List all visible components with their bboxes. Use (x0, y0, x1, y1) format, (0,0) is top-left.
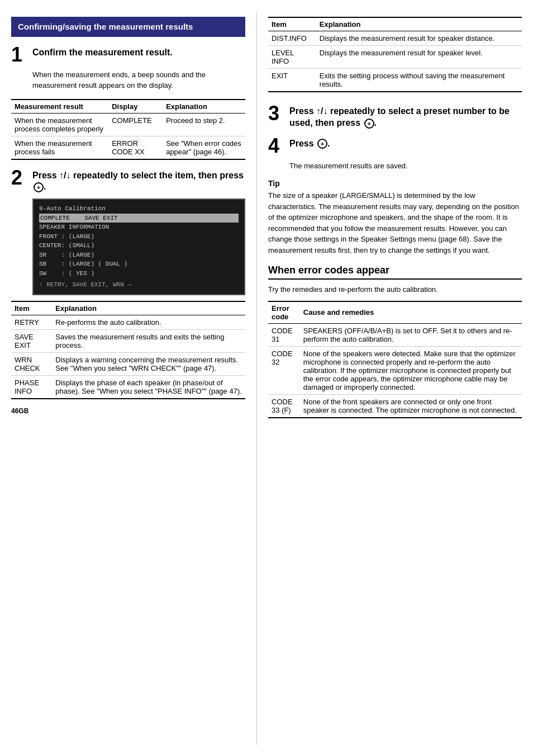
err-r3c1: CODE 33 (F) (268, 394, 300, 418)
s1r2c3: See "When error codes appear" (page 46). (163, 136, 245, 159)
rt-r1c1: DIST.INFO (268, 31, 316, 46)
step1-col2-header: Display (108, 100, 163, 114)
table-row: SAVE EXIT Saves the measurement results … (11, 329, 245, 352)
step2-col2-header: Explanation (52, 301, 245, 315)
left-column: Confirming/saving the measurement result… (0, 11, 257, 745)
step4-body: The measurement results are saved. (289, 160, 522, 172)
table-row: When the measurement process completes p… (11, 113, 245, 136)
table-row: RETRY Re-performs the auto calibration. (11, 315, 245, 329)
err-col2-header: Cause and remedies (300, 301, 522, 324)
s2r3c2: Displays a warning concerning the measur… (52, 352, 245, 375)
display-row-title: 9-Auto Calibration (39, 204, 239, 214)
when-error-intro: Try the remedies and re-perform the auto… (268, 284, 522, 295)
enter-icon-step4: + (317, 139, 327, 149)
table-row: EXIT Exits the setting process without s… (268, 69, 522, 92)
table-row: LEVEL INFO Displays the measurement resu… (268, 46, 522, 69)
rt-r1c2: Displays the measurement result for spea… (316, 31, 522, 46)
step1-header: 1 Confirm the measurement result. (11, 45, 245, 65)
step2-number: 2 (11, 168, 28, 188)
step1-col1-header: Measurement result (11, 100, 108, 114)
display-screen: 9-Auto Calibration COMPLETE SAVE EXIT SP… (32, 199, 245, 295)
tip-body: The size of a speaker (LARGE/SMALL) is d… (268, 190, 522, 256)
display-row-sb: SB : (LARGE) ( DUAL ) (39, 259, 239, 269)
step4-number: 4 (268, 136, 285, 156)
step4-header: 4 Press +. (268, 136, 522, 156)
step4-title: Press +. (289, 136, 330, 150)
step1-number: 1 (11, 45, 28, 65)
step2-table: Item Explanation RETRY Re-performs the a… (11, 301, 245, 399)
step2-header: 2 Press ↑/↓ repeatedly to select the ite… (11, 168, 245, 193)
display-row-sw: SW : ( YES ) (39, 269, 239, 278)
err-r3c2: None of the front speakers are connected… (300, 394, 522, 418)
rt-col1-header: Item (268, 17, 316, 31)
tip-section: Tip The size of a speaker (LARGE/SMALL) … (268, 179, 522, 256)
step2-col1-header: Item (11, 301, 52, 315)
right-column: Item Explanation DIST.INFO Displays the … (257, 11, 533, 745)
rt-col2-header: Explanation (316, 17, 522, 31)
step1-title: Confirm the measurement result. (32, 45, 173, 59)
err-r1c2: SPEAKERS (OFF/A/B/A+B) is set to OFF. Se… (300, 323, 522, 346)
err-r2c2: None of the speakers were detected. Make… (300, 346, 522, 394)
step1-body: When the measurement ends, a beep sounds… (32, 69, 245, 91)
s1r1c1: When the measurement process completes p… (11, 113, 108, 136)
step3-title: Press ↑/↓ repeatedly to select a preset … (289, 103, 522, 129)
table-row: DIST.INFO Displays the measurement resul… (268, 31, 522, 46)
s2r1c1: RETRY (11, 315, 52, 329)
page: Confirming/saving the measurement result… (0, 0, 533, 756)
s2r2c2: Saves the measurement results and exits … (52, 329, 245, 352)
s2r4c2: Displays the phase of each speaker (in p… (52, 375, 245, 399)
s1r2c2: ERROR CODE XX (108, 136, 163, 159)
step2-title: Press ↑/↓ repeatedly to select the item,… (32, 168, 245, 193)
table-row: CODE 31 SPEAKERS (OFF/A/B/A+B) is set to… (268, 323, 522, 346)
display-row-speaker-info: SPEAKER INFORMATION (39, 223, 239, 232)
step1-col3-header: Explanation (163, 100, 245, 114)
table-row: WRN CHECK Displays a warning concerning … (11, 352, 245, 375)
step3-number: 3 (268, 103, 285, 124)
rt-r2c1: LEVEL INFO (268, 46, 316, 69)
s1r2c1: When the measurement process fails (11, 136, 108, 159)
s2r4c1: PHASE INFO (11, 375, 52, 399)
enter-icon-step3: + (364, 119, 374, 129)
right-top-table: Item Explanation DIST.INFO Displays the … (268, 17, 522, 92)
table-row: CODE 32 None of the speakers were detect… (268, 346, 522, 394)
s2r2c1: SAVE EXIT (11, 329, 52, 352)
when-error-title: When error codes appear (268, 264, 522, 280)
step1-table: Measurement result Display Explanation W… (11, 99, 245, 160)
rt-r3c2: Exits the setting process without saving… (316, 69, 522, 92)
page-number: 46GB (11, 407, 245, 415)
enter-icon: + (34, 182, 44, 192)
s1r1c2: COMPLETE (108, 113, 163, 136)
display-nav: ↑ RETRY, SAVE EXIT, WRN → (39, 280, 239, 290)
table-row: PHASE INFO Displays the phase of each sp… (11, 375, 245, 399)
rt-r3c1: EXIT (268, 69, 316, 92)
display-row-highlight: COMPLETE SAVE EXIT (39, 214, 239, 223)
tip-title: Tip (268, 179, 522, 188)
error-table: Error code Cause and remedies CODE 31 SP… (268, 301, 522, 418)
display-row-center: CENTER: (SMALL) (39, 241, 239, 251)
table-row: When the measurement process fails ERROR… (11, 136, 245, 159)
err-r1c1: CODE 31 (268, 323, 300, 346)
table-row: CODE 33 (F) None of the front speakers a… (268, 394, 522, 418)
display-row-sr: SR : (LARGE) (39, 251, 239, 260)
display-row-front: FRONT : (LARGE) (39, 232, 239, 242)
s2r1c2: Re-performs the auto calibration. (52, 315, 245, 329)
rt-r2c2: Displays the measurement result for spea… (316, 46, 522, 69)
err-r2c1: CODE 32 (268, 346, 300, 394)
err-col1-header: Error code (268, 301, 300, 324)
s2r3c1: WRN CHECK (11, 352, 52, 375)
when-error-section: When error codes appear Try the remedies… (268, 264, 522, 418)
s1r1c3: Proceed to step 2. (163, 113, 245, 136)
section-header: Confirming/saving the measurement result… (11, 17, 245, 37)
step3-header: 3 Press ↑/↓ repeatedly to select a prese… (268, 103, 522, 129)
